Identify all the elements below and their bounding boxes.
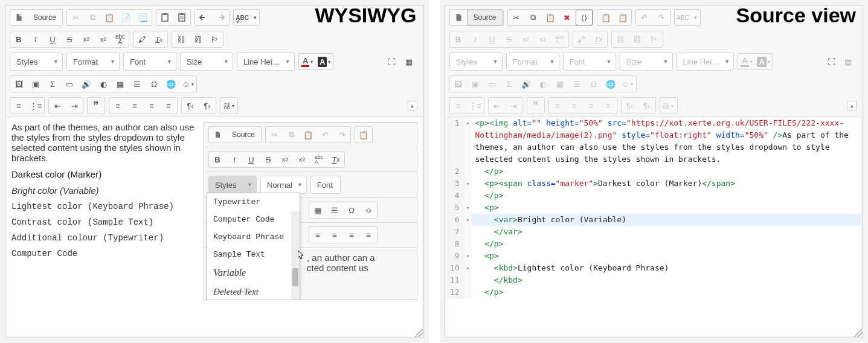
r-code-icon[interactable]: ⟨⟩	[576, 10, 593, 25]
nested-align-right-icon[interactable]: ≡	[343, 227, 360, 243]
nested-format-dropdown[interactable]: Normal▼	[260, 176, 307, 194]
paste-text-icon[interactable]: 📄	[118, 10, 135, 25]
styles-menu-computer-code[interactable]: Computer Code	[207, 211, 300, 228]
anchor-icon[interactable]: 🏳	[206, 31, 223, 47]
nested-underline-icon[interactable]: U	[243, 152, 260, 167]
styles-menu-sample-text[interactable]: Sample Text	[207, 246, 300, 263]
audio-icon[interactable]: 🔊	[78, 76, 95, 92]
bg-color-icon[interactable]: A▾	[316, 54, 333, 69]
smiley-icon[interactable]: ☺▾	[179, 76, 196, 92]
image-icon[interactable]: 🖼	[10, 76, 27, 92]
clipboard2-icon[interactable]	[173, 10, 190, 25]
nested-undo-icon[interactable]: ↶	[317, 127, 333, 143]
redo-icon[interactable]	[212, 10, 229, 25]
fold-3[interactable]: ▾	[465, 178, 472, 190]
spellcheck-icon[interactable]: ABC✓	[234, 10, 251, 25]
fold-6[interactable]: ▾	[465, 214, 472, 226]
nested-align-left-icon[interactable]: ≡	[309, 227, 326, 243]
cut-icon[interactable]: ✂	[67, 10, 84, 25]
remove-format-icon[interactable]: Tx	[150, 31, 167, 47]
strike-icon[interactable]: S	[61, 31, 78, 47]
nested-strike-icon[interactable]: S	[260, 152, 277, 167]
r-paste-icon[interactable]: 📋	[542, 10, 559, 25]
undo-icon[interactable]	[195, 10, 212, 25]
clipboard-icon[interactable]	[156, 10, 173, 25]
underline-icon[interactable]: U	[44, 31, 61, 47]
hr-icon[interactable]: ☰	[129, 76, 146, 92]
fold-9[interactable]: ▾	[465, 250, 472, 262]
fold-1[interactable]: ▾	[465, 117, 472, 165]
copy-icon[interactable]: ⧉	[84, 10, 101, 25]
styles-menu-keyboard-phrase[interactable]: Keyboard Phrase	[207, 228, 300, 246]
nested-bold-icon[interactable]: B	[209, 152, 226, 167]
nested-cut-icon[interactable]: ✂	[266, 127, 283, 143]
omega-icon[interactable]: Ω	[146, 76, 162, 92]
fold-10[interactable]: ▾	[465, 262, 472, 274]
wysiwyg-content[interactable]: As part of the themes, an author can als…	[7, 117, 422, 336]
collapse-toolbar-icon[interactable]: ▴	[408, 101, 417, 111]
text-color-icon[interactable]: A▾	[299, 54, 316, 69]
r-paste-x-icon[interactable]: ✖	[559, 10, 576, 25]
nested-align-center-icon[interactable]: ≡	[326, 227, 343, 243]
unlink-icon[interactable]: ⛓̸	[189, 31, 206, 47]
source-button[interactable]: Source	[27, 10, 62, 25]
lineheight-dropdown[interactable]: Line Hei…▼	[237, 53, 295, 71]
flash-icon[interactable]: ▣	[27, 76, 44, 92]
r-maximize-icon[interactable]: ⛶	[823, 54, 840, 69]
r-collapse-icon[interactable]: ▴	[847, 101, 857, 111]
superscript-icon[interactable]: x2	[95, 31, 112, 47]
widget-icon[interactable]: ▭	[61, 76, 78, 92]
link-icon[interactable]: ⛓	[172, 31, 189, 47]
maximize-icon[interactable]: ⛶	[384, 54, 400, 69]
fold-5[interactable]: ▾	[465, 202, 472, 214]
r-resize-handle[interactable]	[854, 329, 862, 337]
size-dropdown[interactable]: Size▼	[180, 53, 233, 71]
nested-redo-icon[interactable]: ↷	[333, 127, 350, 143]
bullet-list-icon[interactable]: ⋮≡	[27, 98, 44, 114]
format-dropdown[interactable]: Format▼	[66, 53, 120, 71]
numbered-list-icon[interactable]: ≡	[10, 98, 27, 114]
outdent-icon[interactable]: ⇤	[49, 98, 66, 114]
nested-sub-icon[interactable]: x2	[277, 152, 294, 167]
nested-remove-fmt-icon[interactable]: Tx	[327, 152, 344, 167]
spellcheck-caret[interactable]: ▾	[251, 10, 259, 25]
highlight-icon[interactable]: 🖍	[133, 31, 150, 47]
globe-icon[interactable]: 🌐	[162, 76, 179, 92]
nested-hr-icon[interactable]: ☰	[326, 202, 343, 218]
paste-word-icon[interactable]: 📃	[135, 10, 152, 25]
show-blocks-icon[interactable]: ▦	[400, 54, 417, 69]
align-center-icon[interactable]: ≡	[126, 98, 143, 114]
ruby-icon[interactable]: abcA	[112, 31, 129, 47]
r-copy-icon[interactable]: ⧉	[525, 10, 542, 25]
nested-styles-dropdown[interactable]: Styles▼	[208, 176, 257, 194]
nested-ruby-icon[interactable]: abcA	[310, 152, 327, 167]
nested-sup-icon[interactable]: x2	[294, 152, 310, 167]
math-icon[interactable]: Σ	[44, 76, 61, 92]
italic-icon[interactable]: I	[27, 31, 44, 47]
nested-font-dropdown[interactable]: Font	[310, 176, 341, 194]
nested-clipboard-icon[interactable]: 📋	[355, 127, 372, 143]
align-left-icon[interactable]: ≡	[109, 98, 126, 114]
styles-menu-typewriter[interactable]: Typewriter	[207, 193, 300, 211]
styles-dropdown[interactable]: Styles▼	[10, 53, 63, 71]
nested-smiley-icon[interactable]: ☺	[360, 202, 377, 218]
table-icon[interactable]: ▦	[112, 76, 129, 92]
r-source-button[interactable]: Source	[467, 10, 503, 25]
ltr-icon[interactable]: ¶‹	[182, 98, 199, 114]
blockquote-icon[interactable]: ❞	[88, 98, 104, 114]
r-cut-icon[interactable]: ✂	[508, 10, 525, 25]
styles-menu-variable[interactable]: Variable	[207, 263, 300, 283]
nested-source-button[interactable]: Source	[226, 127, 261, 143]
align-right-icon[interactable]: ≡	[143, 98, 160, 114]
resize-handle[interactable]	[414, 329, 423, 337]
bold-icon[interactable]: B	[10, 31, 27, 47]
contrast-icon[interactable]: ◐	[95, 76, 112, 92]
nested-paste-icon[interactable]: 📋	[300, 127, 317, 143]
align-justify-icon[interactable]: ≡	[160, 98, 177, 114]
rtl-icon[interactable]: ¶›	[199, 98, 216, 114]
nested-copy-icon[interactable]: ⧉	[283, 127, 300, 143]
nested-table-icon[interactable]: ▦	[309, 202, 326, 218]
source-code-area[interactable]: 1▾<p><img alt="" height="50%" src="https…	[446, 117, 862, 336]
nested-omega-icon[interactable]: Ω	[343, 202, 360, 218]
indent-icon[interactable]: ⇥	[66, 98, 83, 114]
